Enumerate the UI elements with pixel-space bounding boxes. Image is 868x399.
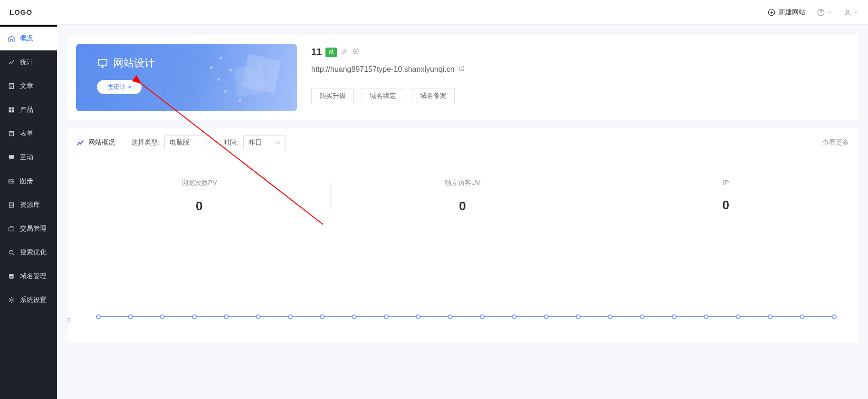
chevron-down-icon: [854, 10, 858, 15]
sidebar-item-interact[interactable]: 互动: [0, 146, 57, 169]
design-tile-title: 网站设计: [113, 56, 155, 70]
svg-rect-18: [98, 59, 107, 65]
help-dropdown[interactable]: [817, 8, 832, 17]
edit-site-name-button[interactable]: [341, 47, 348, 58]
user-icon: [843, 8, 852, 17]
user-dropdown[interactable]: [843, 8, 858, 17]
stat-box-pv: 浏览次数PV 0: [67, 179, 331, 214]
svg-point-41: [512, 315, 516, 319]
sidebar-item-trade[interactable]: 交易管理: [0, 217, 57, 241]
sidebar-item-gallery[interactable]: 图册: [0, 169, 57, 193]
sidebar-item-settings[interactable]: 系统设置: [0, 288, 57, 312]
svg-point-39: [448, 315, 452, 319]
open-url-button[interactable]: [458, 65, 465, 74]
seo-icon: [8, 249, 15, 256]
sidebar-item-label: 概况: [20, 34, 33, 43]
stat-value: 0: [594, 198, 858, 213]
stats-icon: [76, 138, 85, 147]
svg-point-47: [704, 315, 708, 319]
svg-point-38: [416, 315, 420, 319]
sidebar-item-seo[interactable]: 搜索优化: [0, 241, 57, 264]
site-name: 11: [311, 47, 322, 58]
sidebar-item-form[interactable]: 表单: [0, 122, 57, 146]
svg-point-33: [256, 315, 260, 319]
stats-icon: [8, 58, 15, 66]
stat-label: 浏览次数PV: [67, 179, 331, 187]
topbar-right: 新建网站: [767, 8, 858, 17]
add-circle-icon: [767, 8, 776, 17]
site-summary-card: 网站设计 去设计 > 11 试: [67, 35, 858, 120]
site-url: http://huang897157type-10.shanxiyunqi.cn: [311, 65, 455, 74]
stat-label: IP: [594, 179, 858, 186]
sidebar-item-label: 交易管理: [20, 224, 47, 233]
sidebar-item-resources[interactable]: 资源库: [0, 193, 57, 217]
design-tile: 网站设计 去设计 >: [76, 44, 297, 111]
sidebar-item-domain[interactable]: W 域名管理: [0, 264, 57, 288]
upgrade-button[interactable]: 购买升级: [311, 88, 354, 104]
view-more-link[interactable]: 查看更多: [822, 138, 849, 147]
domain-icon: W: [8, 272, 15, 280]
sidebar-item-label: 搜索优化: [20, 248, 47, 257]
stat-boxes: 浏览次数PV 0 独立访客UV 0 IP 0: [67, 179, 858, 214]
svg-point-36: [352, 315, 356, 319]
svg-point-28: [96, 315, 100, 319]
svg-point-51: [832, 315, 836, 319]
svg-point-17: [10, 299, 12, 301]
chart-y-tick: 0: [67, 317, 71, 324]
svg-point-50: [800, 315, 804, 319]
article-icon: [8, 82, 15, 90]
svg-point-24: [224, 90, 227, 93]
svg-rect-7: [9, 110, 11, 113]
svg-point-14: [9, 250, 13, 254]
svg-rect-13: [9, 227, 14, 231]
monitor-icon: [97, 58, 108, 69]
svg-rect-6: [12, 107, 14, 110]
stat-box-ip: IP 0: [594, 179, 858, 214]
new-site-button[interactable]: 新建网站: [767, 8, 805, 17]
svg-rect-10: [9, 155, 14, 158]
sidebar-item-article[interactable]: 文章: [0, 74, 57, 98]
svg-point-30: [160, 315, 164, 319]
stats-title-text: 网站概况: [88, 138, 115, 147]
main: 网站设计 去设计 > 11 试: [57, 25, 868, 399]
stat-value: 0: [331, 199, 594, 214]
type-label: 选择类型:: [131, 138, 160, 147]
svg-point-2: [820, 13, 821, 14]
sidebar-item-product[interactable]: 产品: [0, 98, 57, 122]
svg-point-32: [224, 315, 228, 319]
add-action-button[interactable]: [352, 47, 360, 58]
db-icon: [8, 201, 15, 209]
home-icon: [8, 35, 15, 42]
gallery-icon: [8, 177, 15, 185]
sidebar-item-stats[interactable]: 统计: [0, 50, 57, 74]
sidebar-item-label: 表单: [20, 129, 33, 138]
decoration-graphic: [202, 44, 297, 111]
svg-point-44: [608, 315, 612, 319]
go-design-button[interactable]: 去设计 >: [97, 80, 142, 94]
logo: LOGO: [10, 8, 32, 16]
svg-point-46: [672, 315, 676, 319]
icp-button[interactable]: 域名备案: [412, 88, 455, 104]
sidebar-item-label: 统计: [20, 58, 33, 67]
svg-point-23: [217, 78, 220, 81]
sidebar-item-overview[interactable]: 概况: [0, 27, 57, 50]
sidebar-item-label: 资源库: [20, 201, 40, 209]
svg-point-43: [576, 315, 580, 319]
type-select[interactable]: 电脑版: [164, 135, 207, 150]
time-select[interactable]: 昨日: [243, 135, 286, 150]
bind-domain-button[interactable]: 域名绑定: [362, 88, 404, 104]
trial-badge: 试: [325, 48, 337, 57]
trade-icon: [8, 225, 15, 233]
topbar: LOGO 新建网站: [0, 0, 868, 25]
sidebar-item-label: 产品: [20, 106, 33, 114]
sidebar-item-label: 域名管理: [20, 272, 47, 281]
help-icon: [817, 8, 825, 17]
sidebar: 概况 统计 文章 产品 表单 互动 图册 资源库: [0, 25, 57, 399]
chevron-down-icon: [275, 140, 281, 146]
chevron-down-icon: [827, 10, 832, 15]
chart: 0: [67, 233, 858, 342]
sidebar-item-label: 系统设置: [20, 296, 47, 304]
settings-icon: [8, 296, 15, 304]
svg-point-35: [320, 315, 324, 319]
svg-point-12: [9, 202, 13, 204]
